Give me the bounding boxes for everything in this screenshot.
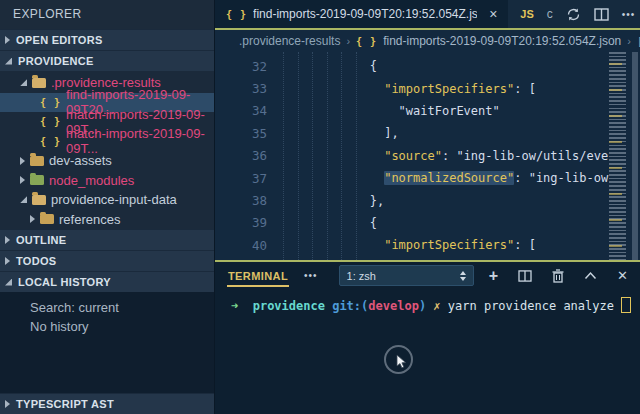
section-label: TODOS bbox=[16, 255, 56, 267]
code-token: "waitForEvent" bbox=[399, 104, 500, 118]
chevron-down-icon bbox=[20, 79, 27, 86]
chevron-right-icon bbox=[5, 400, 10, 408]
editor-area: { } find-imports-2019-09-09T20:19:52.054… bbox=[215, 0, 640, 414]
section-typescript-ast[interactable]: TYPESCRIPT AST bbox=[0, 393, 214, 414]
json-file-icon: { } bbox=[40, 97, 61, 108]
code-token: : [ bbox=[514, 238, 536, 252]
panel-header: TERMINAL ••• 1: zsh + bbox=[215, 262, 640, 289]
panel-more-icon[interactable]: ••• bbox=[304, 270, 318, 281]
panel-actions: + bbox=[489, 268, 628, 284]
editor-actions: JS c ••• bbox=[508, 0, 640, 28]
file-tree: .providence-results{ }find-imports-2019-… bbox=[0, 71, 214, 229]
folder-icon bbox=[30, 156, 44, 166]
section-label: PROVIDENCE bbox=[18, 55, 94, 67]
terminal-cursor bbox=[621, 297, 631, 313]
line-number: 33 bbox=[215, 81, 283, 96]
code-indent bbox=[283, 238, 384, 252]
code-indent bbox=[283, 216, 370, 230]
tree-item-label: match-imports-2019-09-09T... bbox=[66, 126, 214, 156]
tree-item[interactable]: references bbox=[0, 210, 214, 230]
section-label: LOCAL HISTORY bbox=[18, 276, 111, 288]
tab-find-imports-json[interactable]: { } find-imports-2019-09-09T20:19:52.054… bbox=[215, 0, 508, 28]
split-terminal-icon[interactable] bbox=[518, 270, 532, 282]
breadcrumb-file[interactable]: find-imports-2019-09-09T20:19:52.054Z.js… bbox=[383, 34, 621, 48]
section-label: OUTLINE bbox=[16, 234, 66, 246]
breadcrumb-folder[interactable]: .providence-results bbox=[239, 34, 340, 48]
section-outline[interactable]: OUTLINE bbox=[0, 229, 214, 250]
tree-item[interactable]: node_modules bbox=[0, 171, 214, 191]
code-text: "normalizedSource": "ing-lib-ow bbox=[283, 171, 608, 185]
prompt-token: providence bbox=[253, 299, 332, 313]
chevron-down-icon bbox=[5, 279, 12, 286]
sync-icon[interactable] bbox=[566, 7, 581, 22]
code-text: { bbox=[283, 59, 377, 73]
code-token: "ing-lib-ow/utils/eve bbox=[456, 149, 608, 163]
editor-scrollbar[interactable] bbox=[632, 52, 638, 260]
more-actions-icon[interactable]: ••• bbox=[622, 9, 636, 20]
chevron-right-icon bbox=[20, 176, 25, 184]
shell-select-value: 1: zsh bbox=[347, 270, 376, 282]
section-todos[interactable]: TODOS bbox=[0, 250, 214, 271]
section-local-history[interactable]: LOCAL HISTORY bbox=[0, 271, 214, 292]
close-tab-icon[interactable]: × bbox=[489, 6, 497, 22]
code-indent bbox=[283, 171, 384, 185]
prompt-token: develop bbox=[368, 299, 419, 313]
breadcrumb[interactable]: .providence-results › { } find-imports-2… bbox=[215, 30, 640, 52]
line-number: 40 bbox=[215, 238, 283, 253]
code-indent bbox=[283, 59, 370, 73]
tab-label: find-imports-2019-09-09T20:19:52.054Z.js… bbox=[253, 7, 477, 21]
code-text: "importSpecifiers": [ bbox=[283, 238, 536, 252]
code-token: : bbox=[514, 171, 528, 185]
terminal-body[interactable]: ➜ providence git:(develop) ✗ yarn provid… bbox=[215, 289, 640, 414]
folder-icon bbox=[30, 175, 44, 185]
chevron-right-icon bbox=[30, 215, 35, 223]
shell-select[interactable]: 1: zsh bbox=[339, 265, 474, 286]
section-label: OPEN EDITORS bbox=[16, 34, 103, 46]
code-line: 34 "waitForEvent" bbox=[215, 100, 640, 122]
code-editor[interactable]: 32 {33 "importSpecifiers": [34 "waitForE… bbox=[215, 52, 640, 260]
select-arrows-icon bbox=[460, 271, 466, 281]
trash-icon[interactable] bbox=[552, 269, 564, 283]
code-token: "normalizedSource" bbox=[384, 171, 514, 185]
mouse-cursor-icon bbox=[396, 354, 407, 369]
code-indent bbox=[283, 104, 399, 118]
c-badge-icon[interactable]: c bbox=[547, 7, 553, 21]
line-number: 36 bbox=[215, 148, 283, 163]
code-text: "source": "ing-lib-ow/utils/eve bbox=[283, 149, 608, 163]
split-editor-icon[interactable] bbox=[594, 8, 609, 21]
code-token: { bbox=[370, 59, 377, 73]
code-line: 33 "importSpecifiers": [ bbox=[215, 77, 640, 99]
maximize-panel-icon[interactable] bbox=[584, 271, 597, 280]
line-number: 39 bbox=[215, 215, 283, 230]
code-lines: 32 {33 "importSpecifiers": [34 "waitForE… bbox=[215, 52, 640, 257]
code-text: }, bbox=[283, 194, 384, 208]
line-number: 35 bbox=[215, 126, 283, 141]
tree-item[interactable]: providence-input-data bbox=[0, 190, 214, 210]
code-indent bbox=[283, 82, 384, 96]
local-history-search[interactable]: Search: current bbox=[0, 298, 214, 317]
new-terminal-icon[interactable]: + bbox=[489, 268, 498, 284]
tree-item-label: references bbox=[59, 212, 120, 227]
tree-item-label: dev-assets bbox=[49, 153, 112, 168]
code-indent bbox=[283, 126, 384, 140]
tab-terminal[interactable]: TERMINAL bbox=[227, 265, 289, 287]
prompt-token: ✗ bbox=[433, 299, 447, 313]
code-line: 38 }, bbox=[215, 189, 640, 211]
code-token: : bbox=[442, 149, 456, 163]
code-token: ], bbox=[384, 126, 398, 140]
close-panel-icon[interactable]: ✕ bbox=[617, 268, 628, 283]
code-token: "importSpecifiers" bbox=[384, 82, 514, 96]
section-providence[interactable]: PROVIDENCE bbox=[0, 50, 214, 71]
js-badge-icon[interactable]: JS bbox=[520, 8, 533, 20]
code-indent bbox=[283, 194, 370, 208]
tree-item-label: providence-input-data bbox=[51, 192, 177, 207]
code-line: 35 ], bbox=[215, 122, 640, 144]
section-label: TYPESCRIPT AST bbox=[16, 398, 114, 410]
mouse-click-indicator bbox=[384, 345, 413, 374]
minimap[interactable] bbox=[609, 52, 630, 260]
terminal-panel: TERMINAL ••• 1: zsh + bbox=[215, 260, 640, 414]
code-text: "waitForEvent" bbox=[283, 104, 500, 118]
line-number: 32 bbox=[215, 59, 283, 74]
section-open-editors[interactable]: OPEN EDITORS bbox=[0, 29, 214, 50]
tree-item[interactable]: { }match-imports-2019-09-09T... bbox=[0, 132, 214, 152]
